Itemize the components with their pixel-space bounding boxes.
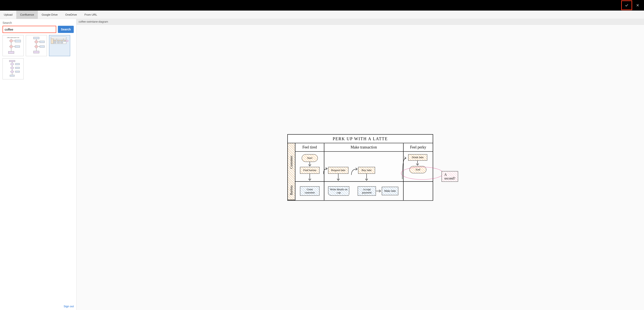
- svg-marker-3: [9, 39, 13, 43]
- cell-barista-tired: Greet customer: [296, 181, 324, 200]
- svg-rect-6: [15, 46, 20, 47]
- svg-marker-15: [34, 45, 38, 48]
- check-icon: [625, 3, 628, 7]
- tab-from-url[interactable]: From URL: [81, 10, 101, 19]
- annotation-box: A second?: [442, 171, 458, 182]
- col-feel-tired: Feel tired: [296, 143, 324, 152]
- col-make-transaction: Make transaction: [324, 143, 403, 152]
- search-row: Search: [2, 26, 74, 33]
- svg-rect-16: [40, 46, 44, 47]
- titlebar: [0, 0, 644, 10]
- svg-marker-40: [10, 66, 14, 69]
- content-row: Search Search Coffee machine doesn't wor…: [0, 19, 644, 310]
- svg-rect-41: [16, 67, 20, 69]
- preview-canvas[interactable]: PERK UP WITH A LATTE Customer Barista Fe…: [76, 25, 644, 310]
- confirm-button[interactable]: [621, 0, 632, 10]
- node-make-latte: Make latte: [382, 187, 398, 195]
- svg-text:Coffee machine doesn't work: Coffee machine doesn't work: [7, 37, 20, 38]
- cell-barista-perky: [403, 181, 433, 200]
- thumbnail-grid: Coffee machine doesn't work: [2, 35, 74, 79]
- svg-rect-39: [16, 63, 20, 65]
- svg-rect-23: [51, 37, 66, 39]
- close-icon: [636, 3, 639, 7]
- svg-rect-26: [57, 39, 64, 40]
- tab-onedrive[interactable]: OneDrive: [62, 10, 81, 19]
- svg-rect-14: [40, 41, 44, 43]
- thumbnail-4[interactable]: [2, 58, 24, 79]
- node-request-latte: Request latte: [328, 167, 348, 174]
- cell-barista-transaction: Write details on cup Accept payment Make…: [324, 181, 403, 200]
- svg-rect-34: [57, 42, 60, 43]
- svg-rect-43: [16, 71, 20, 72]
- svg-rect-33: [54, 42, 56, 43]
- svg-rect-29: [57, 40, 60, 41]
- cell-customer-tired: Start Find barista: [296, 152, 324, 181]
- preview-filename: coffee-swimlane-diagram: [76, 19, 644, 25]
- svg-rect-35: [61, 42, 63, 43]
- svg-rect-25: [53, 39, 56, 40]
- signout-row: Sign out: [2, 303, 74, 308]
- thumbnail-2[interactable]: [26, 35, 47, 56]
- cell-customer-transaction: Request latte Buy latte: [324, 152, 403, 181]
- svg-rect-44: [10, 75, 14, 76]
- search-input[interactable]: [2, 26, 56, 33]
- swimlane-diagram: PERK UP WITH A LATTE Customer Barista Fe…: [287, 134, 433, 201]
- svg-rect-37: [9, 60, 15, 62]
- svg-rect-24: [51, 39, 54, 44]
- node-greet-customer: Greet customer: [300, 186, 320, 196]
- svg-marker-42: [10, 70, 14, 73]
- search-button[interactable]: Search: [58, 26, 74, 33]
- node-find-barista: Find barista: [300, 167, 320, 174]
- thumbnail-3[interactable]: [49, 35, 70, 56]
- svg-rect-27: [64, 39, 66, 40]
- node-start: Start: [302, 154, 318, 162]
- svg-rect-17: [34, 51, 39, 53]
- close-button[interactable]: [632, 0, 643, 10]
- svg-rect-7: [8, 51, 14, 54]
- source-tabs: Upload Confluence Google Drive OneDrive …: [0, 10, 644, 19]
- signout-link[interactable]: Sign out: [64, 305, 74, 308]
- annotation-circle: [401, 167, 443, 180]
- svg-marker-5: [9, 45, 13, 48]
- tab-upload[interactable]: Upload: [0, 10, 16, 19]
- svg-rect-31: [64, 40, 66, 41]
- svg-marker-38: [10, 62, 14, 65]
- node-accept-payment: Accept payment: [358, 186, 376, 196]
- thumbnail-1[interactable]: Coffee machine doesn't work: [2, 35, 24, 56]
- svg-rect-28: [54, 40, 56, 41]
- preview-panel: coffee-swimlane-diagram PERK UP WITH A L…: [76, 19, 644, 310]
- node-write-cup: Write details on cup: [328, 186, 349, 196]
- svg-marker-13: [34, 40, 38, 44]
- node-drink-latte: Drink latte: [408, 154, 427, 160]
- col-feel-perky: Feel perky: [403, 143, 433, 152]
- svg-rect-12: [34, 37, 39, 39]
- main-panel: Upload Confluence Google Drive OneDrive …: [0, 10, 644, 310]
- search-label: Search: [2, 21, 74, 24]
- lane-customer: Customer: [288, 143, 295, 181]
- diagram-title: PERK UP WITH A LATTE: [288, 134, 433, 143]
- svg-point-36: [66, 40, 68, 42]
- svg-rect-4: [15, 40, 21, 42]
- lane-barista: Barista: [288, 181, 295, 200]
- tab-google-drive[interactable]: Google Drive: [38, 10, 62, 19]
- svg-rect-30: [61, 40, 63, 41]
- node-buy-latte: Buy latte: [358, 167, 375, 174]
- sidebar: Search Search Coffee machine doesn't wor…: [0, 19, 76, 310]
- tab-confluence[interactable]: Confluence: [16, 10, 38, 19]
